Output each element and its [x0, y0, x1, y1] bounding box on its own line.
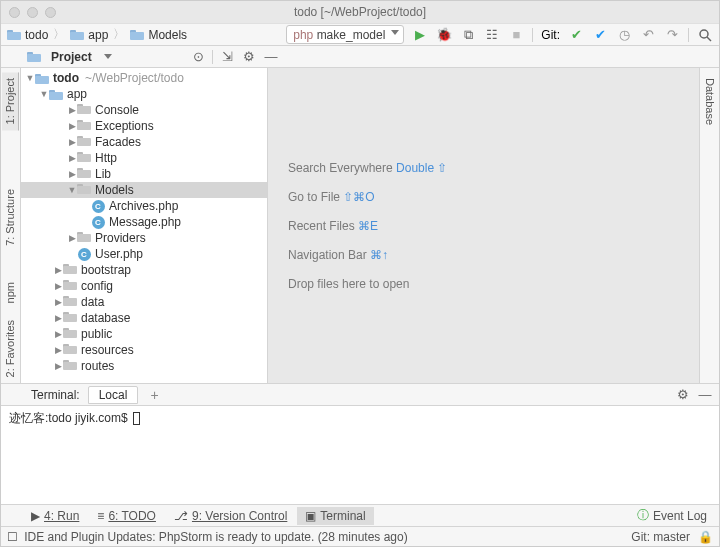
- tool-tab-terminal[interactable]: ▣Terminal: [297, 507, 373, 525]
- terminal-console[interactable]: 迹忆客:todo jiyik.com$: [1, 406, 719, 504]
- expand-icon[interactable]: [67, 169, 77, 179]
- terminal-tab[interactable]: Local: [88, 386, 139, 404]
- svg-point-0: [700, 30, 708, 38]
- lock-icon[interactable]: 🔒: [698, 530, 713, 544]
- terminal-settings-icon[interactable]: ⚙: [675, 387, 691, 403]
- tool-tab-database[interactable]: Database: [702, 72, 718, 131]
- tool-tab-vcs[interactable]: ⎇9: Version Control: [166, 507, 295, 525]
- history-icon[interactable]: ◷: [616, 27, 632, 43]
- tool-tab-favorites[interactable]: 2: Favorites: [2, 314, 19, 383]
- git-update-icon[interactable]: ✔: [592, 27, 608, 43]
- expand-all-icon[interactable]: ⇲: [219, 49, 235, 65]
- tree-node[interactable]: CMessage.php: [21, 214, 267, 230]
- select-opened-file-icon[interactable]: ⊙: [190, 49, 206, 65]
- hint-drop-files: Drop files here to open: [288, 276, 409, 291]
- event-log-button[interactable]: ⓘEvent Log: [629, 505, 715, 526]
- tree-root[interactable]: todo ~/WebProject/todo: [21, 70, 267, 86]
- tree-node[interactable]: Providers: [21, 230, 267, 246]
- expand-icon[interactable]: [67, 105, 77, 115]
- expand-icon[interactable]: [39, 89, 49, 99]
- new-terminal-button[interactable]: +: [146, 387, 162, 403]
- tool-tab-todo[interactable]: ≡6: TODO: [89, 507, 164, 525]
- tool-tab-npm[interactable]: npm: [2, 276, 19, 309]
- tree-node[interactable]: public: [21, 326, 267, 342]
- expand-icon[interactable]: [53, 265, 63, 275]
- redo-icon[interactable]: ↷: [664, 27, 680, 43]
- folder-icon: [130, 29, 144, 40]
- tree-node[interactable]: Facades: [21, 134, 267, 150]
- svg-line-1: [707, 37, 711, 41]
- tool-tab-structure[interactable]: 7: Structure: [2, 183, 19, 252]
- terminal-prompt: 迹忆客:todo jiyik.com$: [9, 411, 131, 425]
- run-configuration-selector[interactable]: php make_model: [286, 25, 404, 44]
- tree-node[interactable]: bootstrap: [21, 262, 267, 278]
- project-tab-label[interactable]: Project: [47, 50, 96, 64]
- run-config-label: make_model: [317, 28, 386, 42]
- expand-icon[interactable]: [67, 233, 77, 243]
- tool-tab-project[interactable]: 1: Project: [2, 72, 19, 130]
- expand-icon[interactable]: [53, 297, 63, 307]
- expand-icon[interactable]: [67, 185, 77, 195]
- git-commit-icon[interactable]: ✔: [568, 27, 584, 43]
- terminal-title: Terminal:: [31, 388, 80, 402]
- tree-node[interactable]: Http: [21, 150, 267, 166]
- expand-icon[interactable]: [53, 281, 63, 291]
- breadcrumb-item[interactable]: app: [88, 28, 108, 42]
- breadcrumb[interactable]: todo 〉 app 〉 Models: [7, 26, 187, 43]
- tree-node[interactable]: routes: [21, 358, 267, 374]
- tree-node-label: Providers: [95, 231, 146, 245]
- status-bar: ☐ IDE and Plugin Updates: PhpStorm is re…: [1, 526, 719, 546]
- breadcrumb-item[interactable]: todo: [25, 28, 48, 42]
- attach-button[interactable]: ☷: [484, 27, 500, 43]
- project-tree[interactable]: todo ~/WebProject/todo app ConsoleExcept…: [21, 68, 267, 376]
- hide-terminal-icon[interactable]: —: [697, 387, 713, 403]
- tree-node-label: Archives.php: [109, 199, 178, 213]
- tree-node[interactable]: Models: [21, 182, 267, 198]
- folder-icon: [35, 73, 49, 84]
- expand-icon[interactable]: [25, 73, 35, 83]
- hide-panel-icon[interactable]: —: [263, 49, 279, 65]
- separator: [688, 28, 689, 42]
- tree-node-label: public: [81, 327, 112, 341]
- project-tree-panel: todo ~/WebProject/todo app ConsoleExcept…: [21, 68, 268, 383]
- expand-icon[interactable]: [53, 313, 63, 323]
- folder-icon: [63, 279, 77, 290]
- breadcrumb-item[interactable]: Models: [148, 28, 187, 42]
- tree-node-label: Models: [95, 183, 134, 197]
- settings-icon[interactable]: ⚙: [241, 49, 257, 65]
- titlebar: todo [~/WebProject/todo]: [1, 1, 719, 23]
- tree-node[interactable]: data: [21, 294, 267, 310]
- undo-icon[interactable]: ↶: [640, 27, 656, 43]
- status-toggle-icon[interactable]: ☐: [7, 530, 18, 544]
- expand-icon[interactable]: [53, 345, 63, 355]
- tree-node[interactable]: Exceptions: [21, 118, 267, 134]
- expand-icon[interactable]: [67, 153, 77, 163]
- chevron-down-icon[interactable]: [104, 54, 112, 59]
- chevron-right-icon: 〉: [113, 26, 125, 43]
- navbar-toolbar: php make_model ▶ 🐞 ⧉ ☷ ■ Git: ✔ ✔ ◷ ↶ ↷: [286, 25, 713, 44]
- tree-node[interactable]: database: [21, 310, 267, 326]
- tree-node[interactable]: Console: [21, 102, 267, 118]
- tree-node[interactable]: config: [21, 278, 267, 294]
- expand-icon[interactable]: [67, 121, 77, 131]
- main-area: 1: Project 7: Structure npm 2: Favorites…: [1, 68, 719, 383]
- git-branch-label[interactable]: Git: master: [631, 530, 690, 544]
- coverage-button[interactable]: ⧉: [460, 27, 476, 43]
- tree-node[interactable]: Lib: [21, 166, 267, 182]
- tool-tab-run[interactable]: ▶4: Run: [23, 507, 87, 525]
- stop-button[interactable]: ■: [508, 27, 524, 43]
- tree-node-app[interactable]: app: [21, 86, 267, 102]
- status-message[interactable]: IDE and Plugin Updates: PhpStorm is read…: [24, 530, 408, 544]
- search-icon[interactable]: [697, 27, 713, 43]
- tree-node-label: Exceptions: [95, 119, 154, 133]
- expand-icon[interactable]: [67, 137, 77, 147]
- expand-icon[interactable]: [53, 361, 63, 371]
- run-button[interactable]: ▶: [412, 27, 428, 43]
- expand-icon[interactable]: [53, 329, 63, 339]
- tree-node-label: bootstrap: [81, 263, 131, 277]
- tree-node[interactable]: CArchives.php: [21, 198, 267, 214]
- tree-node[interactable]: resources: [21, 342, 267, 358]
- debug-button[interactable]: 🐞: [436, 27, 452, 43]
- hint-search-everywhere: Search Everywhere Double ⇧: [288, 160, 447, 175]
- tree-node[interactable]: CUser.php: [21, 246, 267, 262]
